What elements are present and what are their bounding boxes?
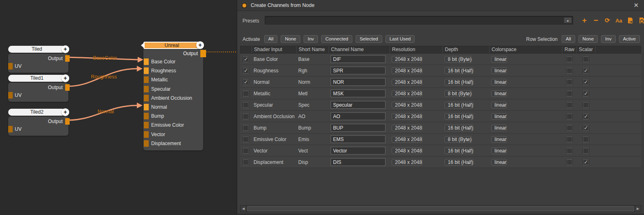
channel-name-input[interactable] bbox=[331, 78, 385, 86]
input-port[interactable] bbox=[144, 140, 149, 147]
colorspace-dropdown[interactable]: linear▼ bbox=[491, 56, 507, 63]
depth-dropdown[interactable]: 8 bit (Byte)▼ bbox=[444, 136, 472, 143]
table-row[interactable]: ✓ Roughness Rgh 2048 x 2048▼ 16 bit (Hal… bbox=[240, 65, 641, 76]
channel-name-input[interactable] bbox=[331, 124, 385, 132]
activate-checkbox[interactable]: ✓ bbox=[243, 148, 249, 154]
activate-checkbox[interactable]: ✓ bbox=[243, 125, 249, 131]
table-row[interactable]: ✓ Bump Bump 2048 x 2048▼ 16 bit (Half)▼ … bbox=[240, 122, 641, 134]
node-uv-port[interactable] bbox=[8, 126, 13, 132]
resolution-dropdown[interactable]: 2048 x 2048▼ bbox=[392, 136, 422, 143]
scroll-right-icon[interactable]: ▶ bbox=[635, 206, 641, 212]
scalar-checkbox[interactable]: ✓ bbox=[583, 125, 589, 131]
raw-checkbox[interactable]: ✓ bbox=[567, 91, 572, 96]
table-row[interactable]: ✓ Specular Spec 2048 x 2048▼ 16 bit (Hal… bbox=[240, 99, 641, 111]
presets-dropdown-button[interactable]: ▼ bbox=[564, 17, 572, 23]
unreal-add-port-button[interactable]: + bbox=[196, 41, 204, 49]
refresh-presets-icon[interactable]: ⟳ bbox=[603, 17, 611, 24]
import-preset-icon[interactable] bbox=[638, 17, 644, 24]
raw-checkbox[interactable]: ✓ bbox=[567, 56, 572, 62]
activate-checkbox[interactable]: ✓ bbox=[243, 102, 249, 108]
raw-checkbox[interactable]: ✓ bbox=[567, 137, 572, 142]
remove-preset-icon[interactable]: − bbox=[592, 16, 600, 25]
resolution-dropdown[interactable]: 2048 x 2048▼ bbox=[392, 90, 422, 97]
channel-name-input[interactable] bbox=[331, 158, 385, 166]
raw-checkbox[interactable]: ✓ bbox=[567, 148, 572, 154]
scalar-checkbox[interactable]: ✓ bbox=[583, 91, 589, 96]
node-uv-port[interactable] bbox=[8, 92, 13, 99]
node-header[interactable]: Tiled2 + bbox=[8, 109, 66, 116]
activate-none-button[interactable]: None bbox=[281, 35, 300, 43]
raw-checkbox[interactable]: ✓ bbox=[567, 68, 572, 74]
channel-name-input[interactable] bbox=[331, 101, 385, 109]
activate-inv-button[interactable]: Inv bbox=[304, 35, 318, 43]
unreal-node-header[interactable]: Unreal + bbox=[143, 42, 200, 49]
depth-dropdown[interactable]: 16 bit (Half)▼ bbox=[444, 125, 474, 131]
export-preset-icon[interactable] bbox=[626, 17, 634, 24]
colorspace-dropdown[interactable]: linear▼ bbox=[491, 67, 507, 74]
row-selection-active-button[interactable]: Active bbox=[619, 35, 640, 43]
horizontal-scrollbar[interactable]: ◀ ▶ bbox=[240, 205, 641, 212]
activate-checkbox[interactable]: ✓ bbox=[243, 159, 249, 165]
scalar-checkbox[interactable]: ✓ bbox=[583, 68, 589, 74]
node-uv-port[interactable] bbox=[8, 63, 13, 69]
scalar-checkbox[interactable]: ✓ bbox=[583, 137, 589, 142]
node-output-port[interactable] bbox=[65, 118, 70, 125]
activate-selected-button[interactable]: Selected bbox=[356, 35, 382, 43]
input-port[interactable] bbox=[144, 76, 149, 83]
resolution-dropdown[interactable]: 2048 x 2048▼ bbox=[392, 102, 422, 108]
colorspace-dropdown[interactable]: linear▼ bbox=[491, 102, 507, 108]
table-row[interactable]: ✓ Ambient Occlusion AO 2048 x 2048▼ 16 b… bbox=[240, 111, 641, 122]
node-output-port[interactable] bbox=[65, 55, 70, 62]
raw-checkbox[interactable]: ✓ bbox=[567, 114, 572, 119]
table-row[interactable]: ✓ Base Color Base 2048 x 2048▼ 8 bit (By… bbox=[240, 54, 641, 65]
activate-checkbox[interactable]: ✓ bbox=[243, 137, 249, 142]
channel-name-input[interactable] bbox=[331, 90, 385, 97]
colorspace-dropdown[interactable]: linear▼ bbox=[491, 90, 507, 97]
node-add-port-button[interactable]: + bbox=[61, 74, 69, 82]
input-port[interactable] bbox=[144, 131, 149, 138]
raw-checkbox[interactable]: ✓ bbox=[567, 125, 572, 131]
node-unreal[interactable]: Unreal + Output Base Color Roughness Met… bbox=[143, 42, 203, 150]
input-port[interactable] bbox=[144, 58, 149, 65]
input-port[interactable] bbox=[144, 86, 149, 92]
channel-name-input[interactable] bbox=[331, 147, 385, 155]
depth-dropdown[interactable]: 16 bit (Half)▼ bbox=[444, 79, 474, 85]
colorspace-dropdown[interactable]: linear▼ bbox=[491, 148, 507, 154]
colorspace-dropdown[interactable]: linear▼ bbox=[491, 113, 507, 120]
activate-last-used-button[interactable]: Last Used bbox=[385, 35, 415, 43]
depth-dropdown[interactable]: 16 bit (Half)▼ bbox=[444, 159, 474, 166]
resolution-dropdown[interactable]: 2048 x 2048▼ bbox=[392, 113, 422, 120]
node-output-port[interactable] bbox=[65, 84, 70, 91]
activate-checkbox[interactable]: ✓ bbox=[243, 56, 249, 62]
add-preset-icon[interactable]: + bbox=[581, 16, 588, 25]
depth-dropdown[interactable]: 8 bit (Byte)▼ bbox=[444, 56, 472, 63]
colorspace-dropdown[interactable]: linear▼ bbox=[491, 125, 507, 131]
scalar-checkbox[interactable]: ✓ bbox=[583, 148, 589, 154]
scrollbar-thumb[interactable] bbox=[247, 206, 634, 211]
activate-checkbox[interactable]: ✓ bbox=[243, 114, 249, 119]
node-add-port-button[interactable]: + bbox=[61, 45, 69, 53]
activate-all-button[interactable]: All bbox=[264, 35, 278, 43]
activate-checkbox[interactable]: ✓ bbox=[243, 68, 249, 74]
resolution-dropdown[interactable]: 2048 x 2048▼ bbox=[392, 79, 422, 85]
depth-dropdown[interactable]: 16 bit (Half)▼ bbox=[444, 148, 474, 154]
node-add-port-button[interactable]: + bbox=[61, 108, 69, 116]
table-row[interactable]: ✓ Emissive Color Emis 2048 x 2048▼ 8 bit… bbox=[240, 134, 641, 145]
table-row[interactable]: ✓ Displacement Disp 2048 x 2048▼ 16 bit … bbox=[240, 157, 641, 168]
resolution-dropdown[interactable]: 2048 x 2048▼ bbox=[392, 125, 422, 131]
resolution-dropdown[interactable]: 2048 x 2048▼ bbox=[392, 159, 422, 166]
node-header[interactable]: Tiled1 + bbox=[8, 75, 66, 82]
row-selection-none-button[interactable]: None bbox=[578, 35, 598, 43]
dialog-titlebar[interactable]: Create Channels from Node ✕ bbox=[237, 0, 644, 11]
depth-dropdown[interactable]: 8 bit (Byte)▼ bbox=[444, 90, 472, 97]
node-tiled[interactable]: Tiled + Output UV bbox=[8, 46, 68, 73]
scalar-checkbox[interactable]: ✓ bbox=[583, 159, 589, 165]
table-row[interactable]: ✓ Vector Vect 2048 x 2048▼ 16 bit (Half)… bbox=[240, 145, 641, 157]
presets-dropdown[interactable]: ▼ bbox=[265, 16, 573, 25]
activate-connected-button[interactable]: Connected bbox=[321, 35, 352, 43]
scalar-checkbox[interactable]: ✓ bbox=[583, 114, 589, 119]
channel-name-input[interactable] bbox=[331, 67, 385, 74]
close-icon[interactable]: ✕ bbox=[633, 2, 639, 9]
resolution-dropdown[interactable]: 2048 x 2048▼ bbox=[392, 148, 422, 154]
table-row[interactable]: ✓ Normal Norm 2048 x 2048▼ 16 bit (Half)… bbox=[240, 76, 641, 88]
